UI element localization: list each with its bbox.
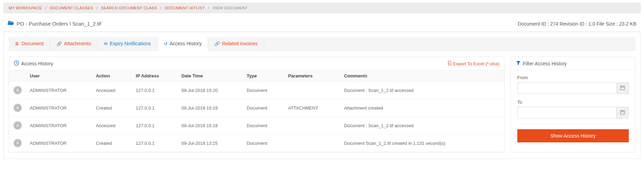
- cell-comments: Document Scan_1_2.tif created in 1.131 s…: [341, 134, 504, 152]
- cell-action: Created: [92, 99, 132, 117]
- history-panel-header: Access History Export To Excel (*.xlsx): [9, 57, 504, 70]
- cell-action: Accessed: [92, 82, 132, 99]
- col-type: Type: [243, 70, 285, 82]
- avatar: A: [13, 121, 22, 130]
- cell-date-time: 09-Jul-2018 15:19: [178, 99, 243, 117]
- content-row: Access History Export To Excel (*.xlsx) …: [9, 57, 635, 152]
- document-icon: 🗎: [15, 41, 19, 46]
- document-meta: Document ID : 274 Revision ID : 1.0 File…: [518, 21, 636, 27]
- title-row: PO - Purchase Orders \ Scan_1_2.tif Docu…: [0, 18, 644, 31]
- tab-related-invoices[interactable]: 🔗 Related invoices: [208, 37, 264, 50]
- table-row: AADMINISTRATORAccessed127.0.0.109-Jul-20…: [9, 117, 504, 134]
- table-row: AADMINISTRATORAccessed127.0.0.109-Jul-20…: [9, 82, 504, 99]
- cell-ip: 127.0.0.1: [132, 82, 178, 99]
- col-comments: Comments: [341, 70, 504, 82]
- filter-access-history-panel: Filter Access History From To: [511, 57, 635, 152]
- clock-icon: [14, 60, 19, 67]
- main-card: 🗎 Document 🔗 Attachments ✉ Expiry Notifi…: [3, 32, 641, 159]
- cell-user: ADMINISTRATOR: [26, 82, 92, 99]
- col-user: User: [26, 70, 92, 82]
- from-date-input[interactable]: [517, 82, 616, 94]
- filter-panel-header: Filter Access History: [511, 57, 635, 70]
- filter-panel-title: Filter Access History: [523, 61, 567, 66]
- cell-ip: 127.0.0.1: [132, 117, 178, 134]
- crumb-search-document-class[interactable]: SEARCH DOCUMENT CLASS: [101, 6, 157, 10]
- cell-action: Created: [92, 134, 132, 152]
- tab-label: Related invoices: [222, 41, 258, 46]
- col-parameters: Parameters: [285, 70, 340, 82]
- svg-rect-1: [620, 86, 624, 90]
- col-action: Action: [92, 70, 132, 82]
- access-history-panel: Access History Export To Excel (*.xlsx) …: [9, 57, 504, 152]
- col-ip-address: IP Address: [132, 70, 178, 82]
- tab-expiry-notifications[interactable]: ✉ Expiry Notifications: [98, 37, 158, 50]
- crumb-sep: /: [45, 6, 47, 10]
- cell-parameters: [285, 82, 340, 99]
- tab-label: Expiry Notifications: [110, 41, 151, 46]
- folder-open-icon: [8, 20, 14, 27]
- cell-type: Document: [243, 99, 285, 117]
- funnel-icon: [516, 60, 521, 66]
- cell-action: Accessed: [92, 117, 132, 134]
- show-access-history-button[interactable]: Show Access History: [517, 129, 629, 142]
- crumb-sep: /: [160, 6, 162, 10]
- cell-date-time: 09-Jul-2018 13:25: [178, 134, 243, 152]
- export-label: Export To Excel (*.xlsx): [453, 61, 499, 66]
- table-row: AADMINISTRATORCreated127.0.0.109-Jul-201…: [9, 134, 504, 152]
- avatar: A: [13, 103, 22, 112]
- from-label: From: [517, 75, 629, 80]
- table-header-row: User Action IP Address Date Time Type Pa…: [9, 70, 504, 82]
- link-icon: 🔗: [214, 41, 220, 46]
- cell-comments: Document : Scan_1_2.tif accessed: [341, 117, 504, 134]
- export-to-excel-link[interactable]: Export To Excel (*.xlsx): [447, 61, 499, 66]
- excel-file-icon: [447, 61, 453, 66]
- cell-user: ADMINISTRATOR: [26, 99, 92, 117]
- tab-document[interactable]: 🗎 Document: [9, 37, 50, 50]
- tab-label: Document: [21, 41, 44, 46]
- cell-user: ADMINISTRATOR: [26, 117, 92, 134]
- from-date-picker-button[interactable]: [616, 82, 629, 94]
- from-input-group: [517, 82, 629, 94]
- history-icon: ↺: [164, 41, 168, 46]
- cell-ip: 127.0.0.1: [132, 134, 178, 152]
- svg-rect-2: [620, 111, 624, 114]
- calendar-icon: [620, 85, 625, 91]
- col-date-time: Date Time: [178, 70, 243, 82]
- tab-label: Attachments: [64, 41, 91, 46]
- cell-comments: Document : Scan_1_2.tif accessed: [341, 82, 504, 99]
- cell-parameters: [285, 134, 340, 152]
- cell-date-time: 09-Jul-2018 15:18: [178, 117, 243, 134]
- cell-type: Document: [243, 117, 285, 134]
- crumb-sep: /: [96, 6, 98, 10]
- cell-ip: 127.0.0.1: [132, 99, 178, 117]
- crumb-document-hitlist[interactable]: DOCUMENT HITLIST: [165, 6, 205, 10]
- col-avatar: [9, 70, 26, 82]
- to-date-input[interactable]: [517, 107, 616, 119]
- access-history-table: User Action IP Address Date Time Type Pa…: [9, 70, 504, 152]
- crumb-document-classes[interactable]: DOCUMENT CLASSES: [50, 6, 93, 10]
- tab-attachments[interactable]: 🔗 Attachments: [50, 37, 98, 50]
- crumb-my-workspace[interactable]: MY WORKSPACE: [9, 6, 42, 10]
- crumb-sep: /: [208, 6, 209, 10]
- document-path: PO - Purchase Orders \ Scan_1_2.tif: [17, 21, 101, 27]
- to-date-picker-button[interactable]: [616, 107, 629, 119]
- tab-label: Access History: [170, 41, 202, 46]
- cell-type: Document: [243, 134, 285, 152]
- table-row: AADMINISTRATORCreated127.0.0.109-Jul-201…: [9, 99, 504, 117]
- avatar: A: [13, 139, 22, 148]
- mail-icon: ✉: [104, 41, 108, 46]
- cell-user: ADMINISTRATOR: [26, 134, 92, 152]
- attachment-icon: 🔗: [56, 41, 62, 46]
- breadcrumb: MY WORKSPACE / DOCUMENT CLASSES / SEARCH…: [3, 3, 641, 13]
- history-panel-title: Access History: [21, 61, 53, 66]
- cell-parameters: [285, 117, 340, 134]
- to-input-group: [517, 107, 629, 119]
- cell-comments: Attachment created: [341, 99, 504, 117]
- filter-divider: [517, 124, 629, 124]
- calendar-icon: [620, 110, 625, 116]
- tab-access-history[interactable]: ↺ Access History: [158, 37, 208, 50]
- cell-parameters: ATTACHMENT: [285, 99, 340, 117]
- cell-date-time: 09-Jul-2018 15:20: [178, 82, 243, 99]
- to-label: To: [517, 100, 629, 105]
- avatar: A: [13, 86, 22, 95]
